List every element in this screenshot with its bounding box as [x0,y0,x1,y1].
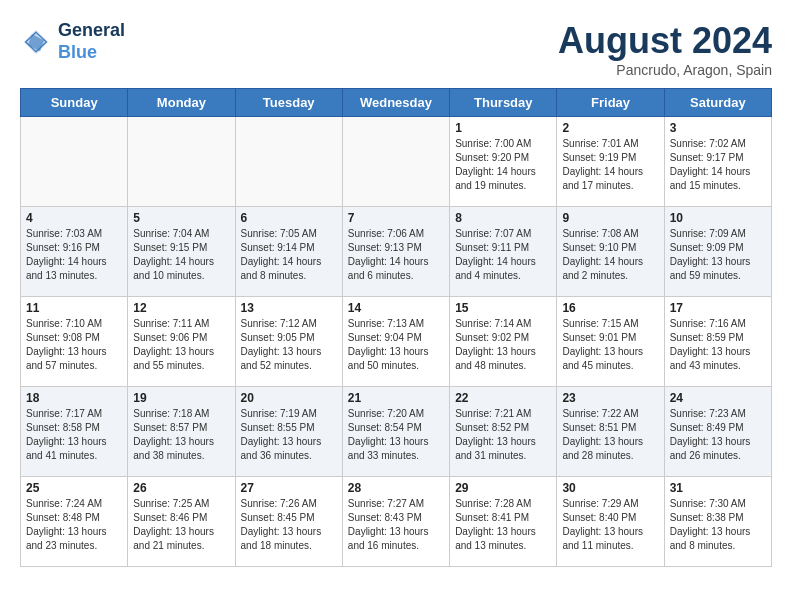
day-info: Sunrise: 7:02 AM Sunset: 9:17 PM Dayligh… [670,137,766,193]
calendar-week-row: 4Sunrise: 7:03 AM Sunset: 9:16 PM Daylig… [21,207,772,297]
day-number: 5 [133,211,229,225]
calendar-cell: 22Sunrise: 7:21 AM Sunset: 8:52 PM Dayli… [450,387,557,477]
calendar-cell: 28Sunrise: 7:27 AM Sunset: 8:43 PM Dayli… [342,477,449,567]
month-title: August 2024 [558,20,772,62]
calendar-cell: 15Sunrise: 7:14 AM Sunset: 9:02 PM Dayli… [450,297,557,387]
day-info: Sunrise: 7:09 AM Sunset: 9:09 PM Dayligh… [670,227,766,283]
day-number: 20 [241,391,337,405]
day-of-week-header: Saturday [664,89,771,117]
logo: General Blue [20,20,125,63]
calendar-cell: 20Sunrise: 7:19 AM Sunset: 8:55 PM Dayli… [235,387,342,477]
calendar-body: 1Sunrise: 7:00 AM Sunset: 9:20 PM Daylig… [21,117,772,567]
calendar-cell: 12Sunrise: 7:11 AM Sunset: 9:06 PM Dayli… [128,297,235,387]
calendar-cell: 2Sunrise: 7:01 AM Sunset: 9:19 PM Daylig… [557,117,664,207]
day-number: 17 [670,301,766,315]
day-info: Sunrise: 7:04 AM Sunset: 9:15 PM Dayligh… [133,227,229,283]
day-info: Sunrise: 7:17 AM Sunset: 8:58 PM Dayligh… [26,407,122,463]
day-number: 16 [562,301,658,315]
calendar-cell: 11Sunrise: 7:10 AM Sunset: 9:08 PM Dayli… [21,297,128,387]
day-of-week-header: Friday [557,89,664,117]
calendar-cell: 6Sunrise: 7:05 AM Sunset: 9:14 PM Daylig… [235,207,342,297]
day-info: Sunrise: 7:10 AM Sunset: 9:08 PM Dayligh… [26,317,122,373]
day-info: Sunrise: 7:27 AM Sunset: 8:43 PM Dayligh… [348,497,444,553]
day-number: 29 [455,481,551,495]
day-number: 31 [670,481,766,495]
title-area: August 2024 Pancrudo, Aragon, Spain [558,20,772,78]
day-info: Sunrise: 7:14 AM Sunset: 9:02 PM Dayligh… [455,317,551,373]
day-number: 21 [348,391,444,405]
day-number: 4 [26,211,122,225]
day-info: Sunrise: 7:26 AM Sunset: 8:45 PM Dayligh… [241,497,337,553]
calendar-cell: 26Sunrise: 7:25 AM Sunset: 8:46 PM Dayli… [128,477,235,567]
day-info: Sunrise: 7:12 AM Sunset: 9:05 PM Dayligh… [241,317,337,373]
calendar-week-row: 25Sunrise: 7:24 AM Sunset: 8:48 PM Dayli… [21,477,772,567]
day-number: 23 [562,391,658,405]
day-info: Sunrise: 7:22 AM Sunset: 8:51 PM Dayligh… [562,407,658,463]
day-info: Sunrise: 7:07 AM Sunset: 9:11 PM Dayligh… [455,227,551,283]
day-number: 30 [562,481,658,495]
day-info: Sunrise: 7:23 AM Sunset: 8:49 PM Dayligh… [670,407,766,463]
calendar-week-row: 11Sunrise: 7:10 AM Sunset: 9:08 PM Dayli… [21,297,772,387]
calendar-header-row: SundayMondayTuesdayWednesdayThursdayFrid… [21,89,772,117]
day-of-week-header: Wednesday [342,89,449,117]
day-number: 10 [670,211,766,225]
header: General Blue August 2024 Pancrudo, Arago… [20,20,772,78]
calendar-cell: 30Sunrise: 7:29 AM Sunset: 8:40 PM Dayli… [557,477,664,567]
day-number: 27 [241,481,337,495]
calendar-cell: 18Sunrise: 7:17 AM Sunset: 8:58 PM Dayli… [21,387,128,477]
calendar-cell: 25Sunrise: 7:24 AM Sunset: 8:48 PM Dayli… [21,477,128,567]
calendar-cell: 13Sunrise: 7:12 AM Sunset: 9:05 PM Dayli… [235,297,342,387]
day-number: 13 [241,301,337,315]
calendar-cell: 31Sunrise: 7:30 AM Sunset: 8:38 PM Dayli… [664,477,771,567]
day-info: Sunrise: 7:21 AM Sunset: 8:52 PM Dayligh… [455,407,551,463]
calendar-cell: 19Sunrise: 7:18 AM Sunset: 8:57 PM Dayli… [128,387,235,477]
day-info: Sunrise: 7:20 AM Sunset: 8:54 PM Dayligh… [348,407,444,463]
calendar-cell [128,117,235,207]
calendar-week-row: 1Sunrise: 7:00 AM Sunset: 9:20 PM Daylig… [21,117,772,207]
day-number: 1 [455,121,551,135]
day-info: Sunrise: 7:29 AM Sunset: 8:40 PM Dayligh… [562,497,658,553]
day-info: Sunrise: 7:03 AM Sunset: 9:16 PM Dayligh… [26,227,122,283]
calendar-cell [342,117,449,207]
calendar-cell [235,117,342,207]
day-number: 2 [562,121,658,135]
calendar-cell: 23Sunrise: 7:22 AM Sunset: 8:51 PM Dayli… [557,387,664,477]
day-number: 18 [26,391,122,405]
logo-icon [20,26,52,58]
day-number: 9 [562,211,658,225]
calendar-cell: 14Sunrise: 7:13 AM Sunset: 9:04 PM Dayli… [342,297,449,387]
day-info: Sunrise: 7:25 AM Sunset: 8:46 PM Dayligh… [133,497,229,553]
day-number: 3 [670,121,766,135]
calendar-cell: 27Sunrise: 7:26 AM Sunset: 8:45 PM Dayli… [235,477,342,567]
day-number: 12 [133,301,229,315]
calendar-table: SundayMondayTuesdayWednesdayThursdayFrid… [20,88,772,567]
day-info: Sunrise: 7:11 AM Sunset: 9:06 PM Dayligh… [133,317,229,373]
day-number: 11 [26,301,122,315]
calendar-cell: 7Sunrise: 7:06 AM Sunset: 9:13 PM Daylig… [342,207,449,297]
day-number: 28 [348,481,444,495]
day-number: 7 [348,211,444,225]
calendar-cell: 8Sunrise: 7:07 AM Sunset: 9:11 PM Daylig… [450,207,557,297]
day-number: 6 [241,211,337,225]
day-number: 19 [133,391,229,405]
calendar-cell [21,117,128,207]
day-of-week-header: Sunday [21,89,128,117]
day-info: Sunrise: 7:28 AM Sunset: 8:41 PM Dayligh… [455,497,551,553]
calendar-cell: 29Sunrise: 7:28 AM Sunset: 8:41 PM Dayli… [450,477,557,567]
day-number: 24 [670,391,766,405]
calendar-cell: 10Sunrise: 7:09 AM Sunset: 9:09 PM Dayli… [664,207,771,297]
subtitle: Pancrudo, Aragon, Spain [558,62,772,78]
day-of-week-header: Monday [128,89,235,117]
calendar-cell: 3Sunrise: 7:02 AM Sunset: 9:17 PM Daylig… [664,117,771,207]
calendar-cell: 17Sunrise: 7:16 AM Sunset: 8:59 PM Dayli… [664,297,771,387]
day-number: 25 [26,481,122,495]
day-info: Sunrise: 7:24 AM Sunset: 8:48 PM Dayligh… [26,497,122,553]
day-number: 22 [455,391,551,405]
day-number: 15 [455,301,551,315]
calendar-cell: 5Sunrise: 7:04 AM Sunset: 9:15 PM Daylig… [128,207,235,297]
day-info: Sunrise: 7:08 AM Sunset: 9:10 PM Dayligh… [562,227,658,283]
day-of-week-header: Thursday [450,89,557,117]
day-number: 14 [348,301,444,315]
calendar-cell: 1Sunrise: 7:00 AM Sunset: 9:20 PM Daylig… [450,117,557,207]
day-info: Sunrise: 7:19 AM Sunset: 8:55 PM Dayligh… [241,407,337,463]
